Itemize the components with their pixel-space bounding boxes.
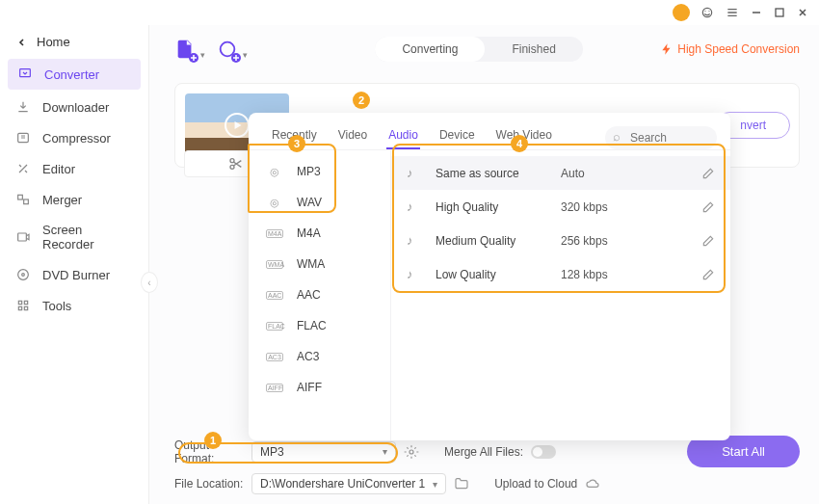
chevron-left-icon [17,38,27,47]
maximize-button[interactable] [773,6,786,19]
sidebar-item-editor[interactable]: Editor [0,153,148,184]
edit-icon[interactable] [701,268,715,281]
hsc-label: High Speed Conversion [677,42,800,56]
format-popover: Recently Video Audio Device Web Video ◎M… [249,113,730,440]
user-avatar[interactable] [673,4,690,21]
merge-label: Merge All Files: [444,445,523,459]
format-item-wav[interactable]: ◎WAV [249,187,390,218]
format-badge: M4A [266,229,283,238]
format-item-wma[interactable]: WMAWMA [249,249,390,279]
sidebar-item-label: Downloader [42,100,109,115]
tab-recently[interactable]: Recently [262,120,327,149]
back-home-button[interactable]: Home [0,31,148,53]
folder-icon[interactable] [454,476,469,491]
upload-cloud-label: Upload to Cloud [494,477,577,491]
quality-row-medium[interactable]: ♪ Medium Quality 256 kbps [391,224,730,257]
disc-icon: ◎ [266,197,283,209]
sidebar-item-tools[interactable]: Tools [0,290,148,321]
tab-web-video[interactable]: Web Video [487,120,562,149]
bolt-icon [660,42,674,56]
format-badge: AAC [266,291,283,300]
sidebar-item-converter[interactable]: Converter [8,59,141,90]
svg-rect-11 [18,306,21,309]
format-badge: WMA [266,260,283,269]
support-icon[interactable] [700,5,715,20]
settings-icon[interactable] [404,444,419,460]
sidebar-item-label: Converter [44,67,99,82]
dvd-icon [15,267,31,282]
cloud-icon[interactable] [585,476,600,491]
close-button[interactable] [796,6,809,19]
add-file-button[interactable]: ▾ [174,39,196,60]
format-item-mp3[interactable]: ◎MP3 [249,156,390,187]
editor-icon [15,161,31,176]
sidebar-item-label: Screen Recorder [42,223,133,252]
menu-icon[interactable] [725,5,740,20]
svg-point-7 [18,270,29,280]
format-item-m4a[interactable]: M4AM4A [249,218,390,249]
tab-finished[interactable]: Finished [485,37,582,62]
format-item-flac[interactable]: FLACFLAC [249,310,390,341]
quality-list: ♪ Same as source Auto ♪ High Quality 320… [391,150,730,440]
tools-icon [15,298,31,313]
quality-row-low[interactable]: ♪ Low Quality 128 kbps [391,257,730,291]
svg-rect-6 [18,233,27,241]
svg-rect-1 [776,9,783,16]
format-item-aiff[interactable]: AIFFAIFF [249,372,390,403]
format-item-ac3[interactable]: AC3AC3 [249,341,390,372]
format-badge: AC3 [266,353,283,361]
edit-icon[interactable] [701,234,715,248]
quality-row-source[interactable]: ♪ Same as source Auto [391,156,730,190]
note-icon: ♪ [407,166,422,180]
format-item-aac[interactable]: AACAAC [249,279,390,310]
svg-rect-2 [20,69,31,77]
quality-row-high[interactable]: ♪ High Quality 320 kbps [391,190,730,224]
high-speed-conversion-button[interactable]: High Speed Conversion [660,42,800,56]
sidebar-collapse-handle[interactable]: ‹ [141,272,158,293]
note-icon: ♪ [407,233,422,248]
sidebar-item-label: DVD Burner [42,268,110,282]
sidebar-item-label: Tools [42,299,71,313]
add-dvd-button[interactable]: ▾ [217,39,238,60]
minimize-button[interactable] [750,6,763,19]
edit-icon[interactable] [701,200,715,214]
sidebar-item-label: Merger [42,193,82,207]
sidebar-item-screen-recorder[interactable]: Screen Recorder [0,215,148,259]
search-input[interactable] [605,126,717,149]
status-toggle: Converting Finished [375,37,582,62]
svg-rect-4 [18,195,23,199]
format-badge: FLAC [266,322,283,331]
format-list: ◎MP3 ◎WAV M4AM4A WMAWMA AACAAC FLACFLAC … [249,150,391,440]
edit-icon[interactable] [701,167,715,180]
note-icon: ♪ [407,267,422,281]
sidebar-item-downloader[interactable]: Downloader [0,92,148,122]
sidebar-item-dvd-burner[interactable]: DVD Burner [0,259,148,290]
sidebar-item-label: Compressor [42,131,111,146]
svg-point-0 [702,8,711,16]
compressor-icon [15,130,31,146]
merge-toggle[interactable] [531,445,556,459]
sidebar-item-compressor[interactable]: Compressor [0,122,148,153]
note-icon: ♪ [407,199,422,214]
tab-device[interactable]: Device [430,120,485,149]
svg-rect-5 [24,199,29,204]
download-icon [15,99,31,115]
svg-point-17 [410,450,413,454]
sidebar-item-merger[interactable]: Merger [0,184,148,215]
tab-audio[interactable]: Audio [379,120,428,149]
svg-rect-10 [24,301,27,304]
converter-icon [17,66,33,82]
home-label: Home [37,35,70,49]
svg-rect-12 [24,306,27,309]
output-format-select[interactable]: MP3 ▾ [251,441,396,463]
file-location-select[interactable]: D:\Wondershare UniConverter 1 ▾ [251,473,446,494]
file-location-label: File Location: [174,477,244,491]
tab-converting[interactable]: Converting [375,37,485,62]
output-format-label: Output Format: [174,438,244,465]
sidebar: Home Converter Downloader Compressor Edi… [0,25,149,504]
sidebar-item-label: Editor [42,162,75,176]
merger-icon [15,192,31,207]
recorder-icon [15,229,31,245]
tab-video[interactable]: Video [329,120,377,149]
file-location-value: D:\Wondershare UniConverter 1 [260,477,425,491]
